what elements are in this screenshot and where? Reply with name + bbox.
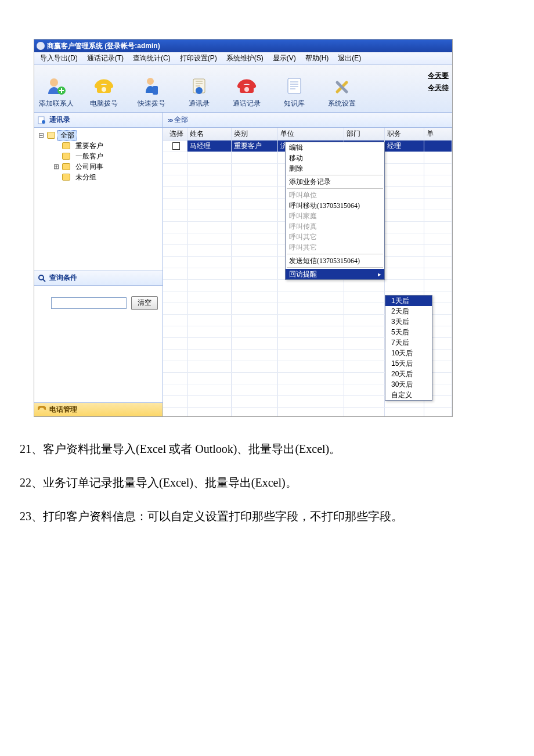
cell-position: 经理 (385, 141, 424, 152)
svg-point-4 (147, 78, 154, 85)
calllog-icon (236, 75, 257, 96)
ctx-edit[interactable]: 编辑 (286, 142, 384, 153)
submenu-item[interactable]: 3天后 (385, 316, 432, 327)
col-dept[interactable]: 部门 (344, 128, 385, 140)
tree-item-colleague[interactable]: ⊞ 公司同事 (37, 161, 160, 172)
window-titlebar: 商赢客户管理系统 (登录帐号:admin) (34, 39, 452, 52)
folder-icon (62, 163, 70, 170)
toolbar-settings[interactable]: 系统设置 (323, 75, 360, 109)
folder-tree: ⊟ 全部 重要客户 一般客户 ⊞ 公司同事 (34, 128, 163, 271)
submenu-item[interactable]: 1天后 (385, 296, 432, 306)
col-select[interactable]: 选择 (163, 128, 187, 140)
submenu-item[interactable]: 2天后 (385, 306, 432, 316)
add-contact-icon (46, 75, 67, 96)
col-name[interactable]: 姓名 (187, 128, 232, 140)
menu-import-export[interactable]: 导入导出(D) (38, 53, 80, 63)
svg-point-9 (244, 87, 249, 92)
menu-system-maint[interactable]: 系统维护(S) (224, 53, 266, 63)
menu-help[interactable]: 帮助(H) (303, 53, 331, 63)
menu-print-settings[interactable]: 打印设置(P) (178, 53, 219, 63)
ctx-followup-remind[interactable]: 回访提醒 (286, 269, 384, 279)
ctx-call-fax: 呼叫传真 (286, 221, 384, 232)
ctx-call-home: 呼叫家庭 (286, 211, 384, 221)
side-link-2[interactable]: 今天待 (428, 83, 449, 93)
toolbar-knowledge-base[interactable]: 知识库 (276, 75, 313, 109)
submenu-item[interactable]: 自定义 (385, 390, 432, 400)
toolbar-label: 电脑拨号 (90, 99, 118, 109)
quickdial-icon (141, 75, 162, 96)
application-screenshot: 商赢客户管理系统 (登录帐号:admin) 导入导出(D) 通话记录(T) 查询… (34, 39, 453, 417)
ctx-call-other1: 呼叫其它 (286, 232, 384, 242)
toolbar-address-book[interactable]: 通讯录 (181, 75, 218, 109)
query-header[interactable]: 查询条件 (34, 271, 163, 286)
wiki-icon (284, 75, 305, 96)
folder-icon (47, 132, 55, 139)
svg-point-0 (50, 78, 58, 87)
ctx-delete[interactable]: 删除 (286, 163, 384, 174)
toolbar-call-records[interactable]: 通话记录 (228, 75, 265, 109)
ctx-call-other2: 呼叫其它 (286, 242, 384, 253)
accordion-phone-mgmt[interactable]: 电话管理 (34, 402, 163, 416)
document-text: 21、客户资料批量导入(Excel 或者 Outlook)、批量导出(Excel… (20, 440, 534, 525)
table-row[interactable] (163, 408, 452, 417)
tree-label: 全部 (57, 130, 77, 141)
col-unit[interactable]: 单位 (278, 128, 344, 140)
tree-label: 公司同事 (73, 161, 106, 172)
ctx-add-business-record[interactable]: 添加业务记录 (286, 177, 384, 187)
tree-item-ungrouped[interactable]: 未分组 (37, 172, 160, 182)
submenu-item[interactable]: 10天后 (385, 348, 432, 358)
cell-name: 马经理 (187, 141, 232, 152)
app-icon (37, 42, 45, 50)
toolbar-pc-dial[interactable]: 电脑拨号 (85, 75, 122, 109)
folder-icon (62, 142, 70, 149)
settings-icon (331, 75, 352, 96)
expand-icon[interactable]: ⊞ (53, 163, 60, 171)
col-extra[interactable]: 单 (424, 128, 452, 140)
submenu-item[interactable]: 15天后 (385, 358, 432, 369)
submenu-item[interactable]: 7天后 (385, 337, 432, 348)
toolbar-label: 通讯录 (189, 99, 210, 109)
toolbar-label: 通话记录 (233, 99, 261, 109)
submenu-item[interactable]: 5天后 (385, 327, 432, 337)
followup-submenu: 1天后2天后3天后5天后7天后10天后15天后20天后30天后自定义 (385, 295, 432, 401)
toolbar-quick-dial[interactable]: 快速拨号 (133, 75, 170, 109)
query-form: 清空 (34, 286, 163, 317)
svg-point-12 (42, 120, 45, 124)
tree-label: 未分组 (73, 172, 99, 183)
tree-item-vip[interactable]: 重要客户 (37, 141, 160, 151)
cell-category: 重要客户 (232, 141, 278, 152)
table-row[interactable] (163, 280, 452, 291)
toolbar-add-contact[interactable]: 添加联系人 (38, 75, 75, 109)
folder-icon (62, 153, 70, 160)
ctx-send-sms[interactable]: 发送短信(13705315064) (286, 255, 384, 266)
query-input[interactable] (51, 297, 127, 309)
tree-item-normal[interactable]: 一般客户 (37, 151, 160, 161)
tree-root[interactable]: ⊟ 全部 (37, 130, 160, 141)
menu-exit[interactable]: 退出(E) (335, 53, 363, 63)
book-icon (189, 75, 210, 96)
col-position[interactable]: 职务 (385, 128, 424, 140)
ctx-call-mobile[interactable]: 呼叫移动(13705315064) (286, 200, 384, 211)
menu-call-log[interactable]: 通话记录(T) (85, 53, 126, 63)
breadcrumb-label: 全部 (174, 115, 188, 125)
submenu-item[interactable]: 30天后 (385, 379, 432, 390)
doc-para-23: 23、打印客户资料信息：可以自定义设置打印那些字段，不打印那些字段。 (20, 507, 534, 525)
menubar: 导入导出(D) 通话记录(T) 查询统计(C) 打印设置(P) 系统维护(S) … (34, 52, 452, 65)
ctx-call-unit: 呼叫单位 (286, 190, 384, 200)
collapse-icon[interactable]: ⊟ (38, 131, 45, 139)
col-category[interactable]: 类别 (232, 128, 278, 140)
doc-para-22: 22、业务订单记录批量导入(Excel)、批量导出(Excel)。 (20, 474, 534, 491)
row-checkbox[interactable] (163, 141, 187, 152)
menu-query-stats[interactable]: 查询统计(C) (131, 53, 173, 63)
search-icon (38, 274, 46, 282)
menu-view[interactable]: 显示(V) (270, 53, 298, 63)
submenu-item[interactable]: 20天后 (385, 369, 432, 379)
ctx-move[interactable]: 移动 (286, 153, 384, 163)
svg-point-13 (39, 275, 44, 280)
cell-extra (424, 141, 452, 152)
accordion-address-book[interactable]: 通讯录 (34, 113, 163, 128)
doc-para-21: 21、客户资料批量导入(Excel 或者 Outlook)、批量导出(Excel… (20, 440, 534, 458)
side-link-1[interactable]: 今天要 (428, 71, 449, 81)
query-header-label: 查询条件 (49, 273, 77, 283)
clear-button[interactable]: 清空 (131, 296, 158, 310)
